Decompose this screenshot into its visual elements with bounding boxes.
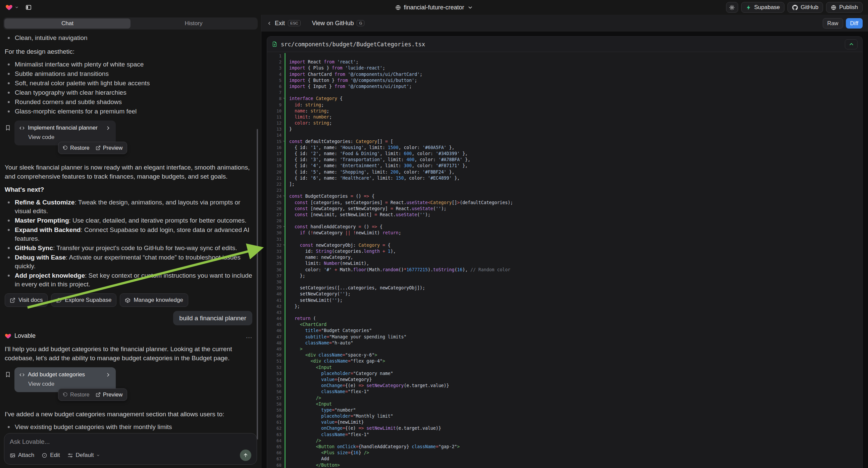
fold-chevron-icon[interactable] — [282, 225, 285, 228]
model-mode-selector[interactable]: Default — [67, 452, 100, 459]
code-line: 22]; — [267, 181, 862, 187]
g-shortcut-badge: G — [356, 20, 364, 26]
code-text: <ChartCard — [285, 322, 327, 328]
code-editor[interactable]: 12import React from 'react';3import { Pl… — [267, 52, 862, 468]
code-text: onChange={(e) => setNewLimit(e.target.va… — [285, 426, 441, 431]
code-line: 13} — [267, 126, 862, 132]
code-line: 39 setCategories([...categories, newCate… — [267, 285, 862, 291]
code-text: import React from 'react'; — [285, 59, 358, 65]
code-line: 33 id: String(categories.length + 1), — [267, 248, 862, 255]
raw-toggle-button[interactable]: Raw — [823, 18, 843, 29]
bookmark-icon[interactable] — [5, 124, 11, 131]
view-code-link[interactable]: View code — [28, 381, 111, 387]
publish-button[interactable]: Publish — [826, 2, 863, 13]
chip-manage-knowledge[interactable]: Manage knowledge — [120, 293, 188, 307]
code-text: value={newCategory} — [285, 377, 372, 383]
supabase-button[interactable]: Supabase — [741, 2, 785, 13]
line-number: 57 — [267, 395, 284, 401]
code-line: 56 className="flex-1" — [267, 389, 862, 395]
sidebar-toggle-button[interactable] — [24, 2, 34, 12]
bullet-list: View existing budget categories with the… — [5, 422, 256, 430]
edit-mode-button[interactable]: Edit — [41, 452, 60, 459]
file-header[interactable]: src/components/budget/BudgetCategories.t… — [267, 37, 862, 52]
version-card-title-row[interactable]: Implement financial planner — [19, 124, 111, 131]
view-code-link[interactable]: View code — [28, 134, 111, 141]
code-line: 53 placeholder="Category name" — [267, 371, 862, 377]
fold-chevron-icon[interactable] — [282, 243, 285, 246]
code-line: 18 { id: '3', name: 'Transportation', li… — [267, 157, 862, 163]
diff-toggle-button[interactable]: Diff — [846, 18, 863, 29]
code-text: limit: Number(newLimit), — [285, 261, 369, 267]
message-menu-ellipsis-icon[interactable]: … — [246, 332, 253, 340]
code-text: interface Category { — [285, 96, 343, 102]
chat-panel: Chat History Clean, intuitive navigation… — [0, 15, 261, 468]
assistant-paragraph: Your sleek financial planner is now read… — [5, 163, 256, 181]
version-card[interactable]: Implement financial plannerView codeRest… — [14, 120, 116, 145]
line-number: 48 — [267, 340, 284, 346]
chat-composer[interactable]: Ask Lovable... Attach Edit — [4, 433, 257, 465]
bookmark-icon[interactable] — [5, 371, 11, 378]
code-text — [285, 187, 289, 194]
line-number: 14 — [267, 132, 284, 138]
code-text: const handleAddCategory = () => { — [285, 224, 382, 230]
line-number: 45 — [267, 322, 284, 328]
arrow-up-icon — [243, 452, 248, 458]
tab-history[interactable]: History — [130, 19, 257, 29]
code-line: 1 — [267, 53, 862, 59]
restore-button[interactable]: Restore — [63, 145, 90, 151]
code-line: 62 onChange={(e) => setNewLimit(e.target… — [267, 426, 862, 431]
code-text: title="Budget Categories" — [285, 328, 372, 334]
list-item: GitHub Sync: Transfer your project's cod… — [5, 244, 256, 253]
code-line: 54 value={newCategory} — [267, 377, 862, 383]
fold-chevron-icon[interactable] — [282, 195, 285, 197]
send-button[interactable] — [240, 449, 251, 461]
tab-chat[interactable]: Chat — [4, 19, 130, 29]
chip-visit-docs[interactable]: Visit docs — [5, 293, 48, 307]
fold-chevron-icon[interactable] — [282, 140, 285, 143]
code-text — [285, 53, 289, 59]
code-text: /> — [285, 395, 321, 401]
settings-button[interactable] — [726, 2, 738, 13]
assistant-paragraph: For the design aesthetic: — [5, 47, 256, 56]
bullet-list: Refine & Customize: Tweak the design, an… — [5, 197, 256, 289]
chat-scrollbar[interactable] — [257, 129, 258, 439]
line-number: 44 — [267, 316, 284, 322]
chevron-up-icon — [848, 41, 854, 47]
code-line: 7 — [267, 90, 862, 96]
line-number: 46 — [267, 328, 284, 334]
preview-button[interactable]: Preview — [96, 391, 123, 398]
chevron-right-icon — [105, 125, 111, 131]
github-button[interactable]: GitHub — [787, 2, 823, 13]
version-card-title-row[interactable]: Add budget categories — [19, 371, 111, 378]
fold-chevron-icon[interactable] — [282, 97, 285, 100]
list-item: View existing budget categories with the… — [5, 423, 256, 430]
attach-button[interactable]: Attach — [10, 452, 34, 459]
view-on-github-button[interactable]: View on GitHub G — [312, 20, 365, 27]
code-line: 11 limit: number; — [267, 114, 862, 120]
line-number: 32 — [267, 242, 284, 248]
chat-input[interactable]: Ask Lovable... — [10, 438, 251, 445]
collapse-file-button[interactable] — [845, 39, 858, 49]
assistant-paragraph: I'll help you add budget categories to t… — [5, 345, 256, 362]
code-line: 16 { id: '1', name: 'Housing', limit: 15… — [267, 145, 862, 151]
version-card[interactable]: Add budget categoriesView codeRestorePre… — [14, 367, 116, 392]
chip-explore-supabase[interactable]: Explore Supabase — [51, 293, 117, 307]
restore-button[interactable]: Restore — [63, 391, 90, 398]
exit-button[interactable]: Exit ESC — [267, 20, 301, 27]
code-text: return ( — [285, 316, 316, 322]
project-selector[interactable]: financial-future-creator — [395, 0, 473, 15]
code-line: 46 title="Budget Categories" — [267, 328, 862, 334]
code-line: 3import { Plus } from 'lucide-react'; — [267, 65, 862, 71]
code-line: 65 <Button onClick={handleAddCategory} c… — [267, 444, 862, 450]
line-number: 13 — [267, 126, 284, 132]
code-text: { id: '2', name: 'Food & Dining', limit:… — [285, 151, 468, 157]
chevron-right-icon — [105, 372, 111, 378]
app-root: financial-future-creator Supabase — [0, 0, 868, 468]
line-number: 25 — [267, 200, 284, 206]
line-number: 54 — [267, 377, 284, 383]
lovable-logo-menu[interactable] — [5, 4, 19, 11]
line-number: 67 — [267, 456, 284, 462]
preview-button[interactable]: Preview — [96, 145, 123, 151]
code-line: 34 name: newCategory, — [267, 255, 862, 261]
line-number: 22 — [267, 181, 284, 187]
